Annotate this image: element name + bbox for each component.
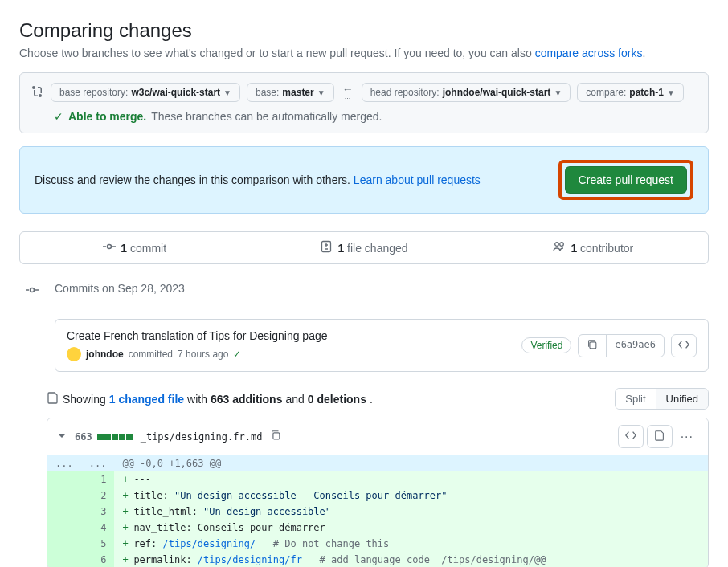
new-line-number[interactable]: 5 bbox=[81, 536, 115, 552]
commits-tab[interactable]: 1 commit bbox=[20, 232, 249, 263]
new-line-number[interactable]: 4 bbox=[81, 520, 115, 536]
pr-prompt-text: Discuss and review the changes in this c… bbox=[35, 173, 481, 186]
verified-badge[interactable]: Verified bbox=[521, 337, 571, 353]
compare-label: compare: bbox=[586, 87, 626, 98]
subtitle-suffix: . bbox=[642, 47, 645, 59]
page-title: Comparing changes bbox=[19, 19, 709, 42]
diffstat: 663 bbox=[75, 431, 133, 443]
base-value: master bbox=[282, 87, 313, 98]
git-compare-icon bbox=[31, 85, 44, 100]
create-pr-prompt: Discuss and review the changes in this c… bbox=[19, 146, 709, 214]
subtitle-text: Choose two branches to see what's change… bbox=[19, 47, 535, 59]
contrib-label: contributor bbox=[580, 242, 633, 255]
avatar[interactable] bbox=[67, 347, 81, 361]
copy-path-button[interactable] bbox=[270, 430, 281, 443]
compare-value: patch-1 bbox=[629, 87, 664, 98]
diff-line: 5+ ref: /tips/designing/ # Do not change… bbox=[47, 536, 708, 552]
file-header: 663 _tips/designing.fr.md ··· bbox=[47, 418, 708, 455]
svg-rect-5 bbox=[590, 341, 596, 348]
showing-text: Showing bbox=[63, 393, 106, 406]
hunk-header: @@ -0,0 +1,663 @@ bbox=[114, 455, 708, 471]
commit-action: committed bbox=[129, 349, 173, 360]
view-source-button[interactable] bbox=[618, 425, 644, 448]
check-icon: ✓ bbox=[233, 349, 241, 360]
copy-sha-button[interactable] bbox=[579, 335, 606, 357]
diff-line: 2+ title: "Un design accessible – Consei… bbox=[47, 487, 708, 504]
view-rendered-button[interactable] bbox=[647, 425, 673, 448]
new-line-number[interactable]: 6 bbox=[81, 552, 115, 567]
page-subtitle: Choose two branches to see what's change… bbox=[19, 47, 709, 59]
commits-timeline: Commits on Sep 28, 2023 bbox=[19, 282, 709, 304]
with-text: with bbox=[187, 393, 207, 406]
sha-group: e6a9ae6 bbox=[578, 334, 665, 357]
diff-line: 6+ permalink: /tips/designing/fr # add l… bbox=[47, 552, 708, 567]
changed-files-link[interactable]: 1 changed file bbox=[109, 393, 184, 406]
diff-line: 3+ title_html: "Un design accessible" bbox=[47, 504, 708, 520]
commits-count: 1 bbox=[121, 242, 127, 255]
diff-view-toggle: Split Unified bbox=[615, 388, 709, 410]
timeline-marker bbox=[19, 282, 45, 299]
new-line-number[interactable]: 1 bbox=[81, 471, 115, 487]
browse-code-button[interactable] bbox=[671, 334, 697, 357]
addition-marker: + bbox=[122, 471, 133, 487]
compare-across-forks-link[interactable]: compare across forks bbox=[535, 47, 643, 59]
head-repo-select[interactable]: head repository: johndoe/wai-quick-start… bbox=[362, 83, 571, 102]
svg-rect-6 bbox=[273, 433, 280, 439]
deletions-count: 0 deletions bbox=[308, 393, 366, 406]
people-icon bbox=[553, 240, 566, 255]
merge-status: ✓ Able to merge. These branches can be a… bbox=[31, 110, 697, 123]
chevron-down-icon: ▼ bbox=[554, 88, 562, 97]
svg-point-4 bbox=[31, 288, 35, 292]
file-path[interactable]: _tips/designing.fr.md bbox=[141, 431, 263, 443]
commit-title-link[interactable]: Create French translation of Tips for De… bbox=[67, 329, 328, 342]
file-diff: 663 _tips/designing.fr.md ··· ... ... bbox=[47, 418, 709, 567]
diff-line: 1+ --- bbox=[47, 471, 708, 487]
create-pull-request-button[interactable]: Create pull request bbox=[565, 166, 687, 194]
new-line-number[interactable]: 3 bbox=[81, 504, 115, 520]
svg-point-2 bbox=[555, 243, 559, 247]
stats-tabs: 1 commit 1 file changed 1 contributor bbox=[19, 231, 709, 264]
unified-view-button[interactable]: Unified bbox=[656, 389, 708, 409]
old-line-number[interactable] bbox=[47, 536, 81, 552]
commit-meta: johndoe committed 7 hours ago ✓ bbox=[67, 347, 328, 361]
old-line-number[interactable] bbox=[47, 487, 81, 504]
base-repo-label: base repository: bbox=[59, 87, 128, 98]
chevron-down-icon: ▼ bbox=[317, 88, 325, 97]
files-count: 1 bbox=[337, 242, 344, 255]
old-line-number[interactable] bbox=[47, 504, 81, 520]
learn-pr-link[interactable]: Learn about pull requests bbox=[354, 173, 481, 186]
svg-point-0 bbox=[108, 245, 112, 249]
files-tab[interactable]: 1 file changed bbox=[249, 232, 478, 263]
old-line-number[interactable] bbox=[47, 552, 81, 567]
base-branch-select[interactable]: base: master▼ bbox=[247, 83, 334, 102]
commits-date-heading: Commits on Sep 28, 2023 bbox=[55, 282, 709, 295]
addition-marker: + bbox=[122, 504, 133, 520]
compare-branch-select[interactable]: compare: patch-1▼ bbox=[577, 83, 684, 102]
head-repo-value: johndoe/wai-quick-start bbox=[443, 87, 551, 98]
addition-marker: + bbox=[122, 552, 133, 567]
contributors-tab[interactable]: 1 contributor bbox=[479, 232, 708, 263]
commit-author-link[interactable]: johndoe bbox=[86, 349, 124, 360]
new-line-number[interactable]: 2 bbox=[81, 487, 115, 504]
base-repo-value: w3c/wai-quick-start bbox=[131, 87, 220, 98]
head-repo-label: head repository: bbox=[370, 87, 440, 98]
code-cell: + title: "Un design accessible – Conseil… bbox=[114, 487, 708, 504]
code-cell: + nav_title: Conseils pour démarrer bbox=[114, 520, 708, 536]
create-pr-highlight: Create pull request bbox=[558, 160, 693, 200]
arrow-left-icon: ←··· bbox=[341, 84, 355, 102]
addition-marker: + bbox=[122, 520, 133, 536]
split-view-button[interactable]: Split bbox=[616, 389, 655, 409]
commit-icon bbox=[26, 284, 39, 299]
commit-row: Create French translation of Tips for De… bbox=[55, 319, 709, 372]
addition-marker: + bbox=[122, 487, 133, 504]
hunk-header-row: ... ... @@ -0,0 +1,663 @@ bbox=[47, 455, 708, 471]
old-line-number[interactable] bbox=[47, 520, 81, 536]
additions-count: 663 additions bbox=[211, 393, 282, 406]
diffstat-count: 663 bbox=[75, 431, 92, 443]
base-repo-select[interactable]: base repository: w3c/wai-quick-start▼ bbox=[51, 83, 240, 102]
file-menu-button[interactable]: ··· bbox=[676, 430, 698, 444]
commit-sha-link[interactable]: e6a9ae6 bbox=[606, 335, 664, 357]
old-line-number[interactable] bbox=[47, 471, 81, 487]
file-diff-icon bbox=[320, 240, 333, 255]
chevron-down-icon[interactable] bbox=[57, 430, 67, 443]
